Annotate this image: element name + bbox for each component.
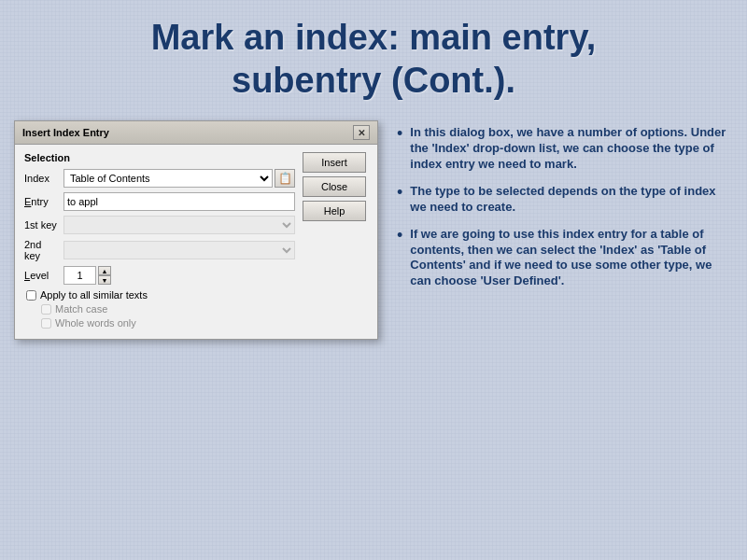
help-button[interactable]: Help (303, 201, 366, 221)
match-label: Match case (55, 303, 107, 315)
key2-row: 2nd key (24, 239, 295, 261)
whole-checkbox-row: Whole words only (41, 317, 295, 329)
key1-select[interactable] (63, 216, 295, 234)
dialog-right-panel: Insert Close Help (303, 152, 368, 331)
index-icon-button[interactable]: 📋 (275, 169, 295, 188)
key2-select[interactable] (63, 241, 295, 259)
close-button[interactable]: Close (303, 176, 366, 197)
level-row: Level ▲ ▼ (24, 266, 295, 285)
dialog-title: Insert Index Entry (22, 127, 109, 138)
main-content: Insert Index Entry ✕ Selection Index Tab… (0, 111, 747, 349)
level-down-button[interactable]: ▼ (98, 275, 111, 285)
level-wrapper: ▲ ▼ (63, 266, 111, 285)
page-title: Mark an index: main entry, subentry (Con… (37, 17, 710, 102)
bullet-text-1: In this dialog box, we have a number of … (410, 125, 728, 173)
key2-label: 2nd key (24, 239, 60, 261)
match-checkbox-row: Match case (41, 303, 295, 315)
index-row: Index Table of Contents User Defined 📋 (24, 169, 295, 188)
bullet-text-3: If we are going to use this index entry … (410, 227, 728, 290)
dialog-left-panel: Selection Index Table of Contents User D… (24, 152, 295, 331)
entry-label: Entry (24, 196, 60, 207)
title-area: Mark an index: main entry, subentry (Con… (0, 0, 747, 111)
bullet-dot-1: • (397, 125, 402, 142)
key1-row: 1st key (24, 216, 295, 234)
bullet-item-1: • In this dialog box, we have a number o… (397, 125, 728, 173)
dialog-titlebar: Insert Index Entry ✕ (15, 121, 377, 145)
dialog-container: Insert Index Entry ✕ Selection Index Tab… (14, 120, 378, 340)
index-label: Index (24, 173, 60, 184)
apply-checkbox[interactable] (26, 290, 36, 301)
section-label: Selection (24, 152, 295, 163)
bullet-item-2: • The type to be selected depends on the… (397, 184, 728, 216)
apply-checkbox-row: Apply to all similar texts (26, 289, 295, 301)
level-up-button[interactable]: ▲ (98, 266, 111, 275)
index-select[interactable]: Table of Contents User Defined (63, 169, 273, 188)
dialog-close-button[interactable]: ✕ (353, 125, 370, 140)
entry-row: Entry (24, 192, 295, 211)
whole-words-checkbox[interactable] (41, 318, 51, 329)
entry-input[interactable] (63, 192, 295, 211)
bullet-item-3: • If we are going to use this index entr… (397, 227, 728, 290)
dialog-body: Selection Index Table of Contents User D… (15, 145, 377, 339)
bullet-text-2: The type to be selected depends on the t… (410, 184, 728, 216)
insert-index-dialog: Insert Index Entry ✕ Selection Index Tab… (14, 120, 378, 340)
match-case-checkbox[interactable] (41, 304, 51, 315)
apply-label: Apply to all similar texts (40, 289, 148, 301)
bullet-dot-3: • (397, 227, 402, 244)
level-spinner: ▲ ▼ (98, 266, 111, 285)
key1-label: 1st key (24, 219, 60, 231)
level-label: Level (24, 270, 60, 281)
index-select-wrapper: Table of Contents User Defined 📋 (63, 169, 295, 188)
bullet-dot-2: • (397, 184, 402, 201)
insert-button[interactable]: Insert (303, 152, 366, 173)
level-input[interactable] (63, 266, 96, 285)
bullets-area: • In this dialog box, we have a number o… (397, 120, 728, 301)
whole-label: Whole words only (55, 317, 136, 329)
